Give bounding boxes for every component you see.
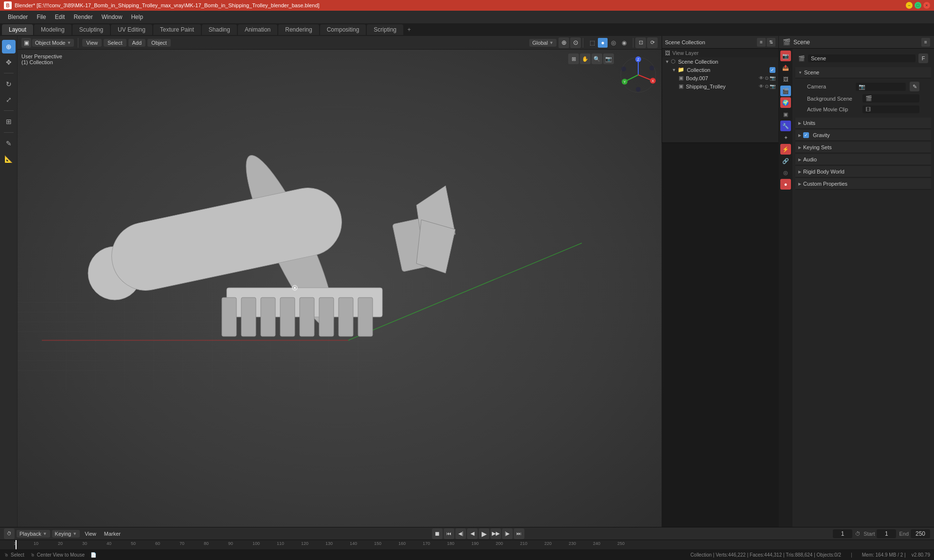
outliner-item-shipping-trolley[interactable]: ▣ Shipping_Trolley 👁 ⊙ 📷	[662, 82, 778, 90]
tab-compositing[interactable]: Compositing	[320, 24, 366, 35]
gravity-checkbox[interactable]: ✓	[803, 132, 809, 138]
viewport-hand[interactable]: ✋	[580, 53, 591, 64]
tab-scripting[interactable]: Scripting	[367, 24, 403, 35]
move-tool-button[interactable]: ✥	[2, 55, 16, 69]
collection-visibility[interactable]: ✓	[770, 67, 775, 73]
playback-menu[interactable]: Playback ▼	[17, 530, 50, 538]
output-properties-tab[interactable]: 📤	[780, 62, 791, 73]
outliner-filter-btn[interactable]: ≡	[757, 38, 766, 47]
body007-render[interactable]: 📷	[770, 75, 775, 81]
scale-tool-button[interactable]: ⤢	[2, 93, 16, 106]
tab-layout[interactable]: Layout	[2, 24, 33, 35]
play-btn[interactable]: ▶	[479, 528, 489, 539]
select-menu[interactable]: Select	[104, 39, 126, 47]
measure-tool-button[interactable]: 📐	[2, 152, 16, 166]
wireframe-mode-btn[interactable]: ⬚	[587, 38, 597, 48]
object-menu[interactable]: Object	[147, 39, 171, 47]
next-keyframe-btn[interactable]: |▶	[502, 528, 513, 539]
audio-section-header[interactable]: ▶ Audio	[795, 154, 931, 165]
grab-icon[interactable]: ⊙	[570, 37, 581, 48]
tab-sculpting[interactable]: Sculpting	[72, 24, 110, 35]
scene-btn[interactable]: ⊞	[568, 53, 579, 64]
rotate-tool-button[interactable]: ↻	[2, 77, 16, 91]
current-frame-display[interactable]: 1	[833, 529, 852, 538]
view-layer-tab[interactable]: 🖼	[780, 74, 791, 85]
menu-blender[interactable]: Blender	[4, 13, 32, 21]
maximize-button[interactable]: □	[915, 2, 921, 9]
gravity-section-header[interactable]: ▶ ✓ Gravity	[795, 130, 931, 141]
object-mode-dropdown[interactable]: Object Mode ▼	[32, 39, 74, 47]
tab-rendering[interactable]: Rendering	[278, 24, 319, 35]
physics-tab[interactable]: ⚡	[780, 144, 791, 155]
add-menu[interactable]: Add	[128, 39, 146, 47]
add-workspace-button[interactable]: +	[404, 25, 414, 35]
annotate-tool-button[interactable]: ✎	[2, 137, 16, 150]
camera-picker-btn[interactable]: ✎	[910, 82, 919, 91]
scene-name-field[interactable]: Scene	[808, 54, 916, 62]
menu-help[interactable]: Help	[127, 13, 147, 21]
scene-properties-tab[interactable]: 🎬	[780, 86, 791, 96]
scene-section-header[interactable]: ▼ Scene	[795, 67, 931, 78]
particles-properties-tab[interactable]: ✦	[780, 132, 791, 143]
props-filter-btn[interactable]: ≡	[921, 38, 930, 47]
minimize-button[interactable]: −	[906, 2, 913, 9]
solid-mode-btn[interactable]: ●	[598, 38, 608, 48]
tab-modeling[interactable]: Modeling	[34, 24, 72, 35]
zoom-btn[interactable]: 🔍	[592, 53, 602, 64]
end-frame-input[interactable]: 250	[911, 529, 930, 538]
camera-value-field[interactable]: 📷	[856, 83, 906, 91]
marker-menu[interactable]: Marker	[101, 530, 124, 538]
next-frame-btn[interactable]: ▶▶	[490, 528, 501, 539]
body007-select[interactable]: ⊙	[765, 75, 769, 81]
trolley-visibility[interactable]: 👁	[759, 84, 764, 89]
custom-props-header[interactable]: ▶ Custom Properties	[795, 178, 931, 190]
trolley-select[interactable]: ⊙	[765, 84, 769, 89]
material-tab[interactable]: ●	[780, 179, 791, 190]
view-menu[interactable]: View	[82, 39, 102, 47]
jump-start-btn[interactable]: ⏮	[444, 528, 454, 539]
tab-shading[interactable]: Shading	[202, 24, 237, 35]
body007-visibility[interactable]: 👁	[759, 75, 764, 81]
fake-user-btn[interactable]: F	[918, 53, 928, 63]
cursor-icon[interactable]: ⊕	[558, 37, 569, 48]
world-properties-tab[interactable]: 🌍	[780, 97, 791, 108]
modifier-properties-tab[interactable]: 🔧	[780, 121, 791, 131]
active-movie-clip-field[interactable]: 🎞	[862, 105, 920, 113]
menu-window[interactable]: Window	[98, 13, 126, 21]
menu-file[interactable]: File	[33, 13, 50, 21]
prev-keyframe-btn[interactable]: ◀|	[455, 528, 466, 539]
cursor-tool-button[interactable]: ⊕	[2, 40, 16, 53]
transform-tool-button[interactable]: ⊞	[2, 115, 16, 128]
timeline-view-menu[interactable]: View	[82, 530, 99, 538]
object-properties-tab[interactable]: ▣	[780, 109, 791, 120]
data-tab[interactable]: ◎	[780, 167, 791, 178]
outliner-item-scene-collection[interactable]: ▼ ⬡ Scene Collection	[662, 57, 778, 66]
axis-gizmo[interactable]: Z X Y	[619, 55, 658, 94]
render-properties-tab[interactable]: 📷	[780, 51, 791, 61]
3d-viewport[interactable]: User Perspective (1) Collection	[18, 50, 662, 527]
prev-frame-btn[interactable]: ◀	[467, 528, 478, 539]
rigid-body-world-header[interactable]: ▶ Rigid Body World	[795, 166, 931, 177]
tab-uv-editing[interactable]: UV Editing	[111, 24, 152, 35]
outliner-item-collection[interactable]: ▼ 📁 Collection ✓	[662, 66, 778, 74]
constraints-tab[interactable]: 🔗	[780, 156, 791, 166]
camera-lock-btn[interactable]: 📷	[603, 53, 614, 64]
tab-texture-paint[interactable]: Texture Paint	[153, 24, 201, 35]
units-section-header[interactable]: ▶ Units	[795, 118, 931, 129]
start-frame-input[interactable]: 1	[877, 529, 896, 538]
outliner-item-body007[interactable]: ▣ Body.007 👁 ⊙ 📷	[662, 74, 778, 82]
rendered-mode-btn[interactable]: ◉	[619, 38, 629, 48]
outliner-sort-btn[interactable]: ⇅	[767, 38, 775, 47]
trolley-render[interactable]: 📷	[770, 84, 775, 89]
background-scene-field[interactable]: 🎬	[862, 94, 920, 103]
tab-animation[interactable]: Animation	[238, 24, 277, 35]
overlay-toggle[interactable]: ⊡	[635, 37, 646, 48]
timeline-mode-icon[interactable]: ⏱	[4, 528, 15, 539]
gizmo-toggle[interactable]: ⟳	[647, 37, 658, 48]
global-toggle[interactable]: Global ▼	[529, 39, 557, 47]
stop-btn[interactable]: ⏹	[432, 528, 443, 539]
menu-render[interactable]: Render	[70, 13, 96, 21]
jump-end-btn[interactable]: ⏭	[514, 528, 524, 539]
timeline-ruler[interactable]: 1 10 20 30 40 50 60 70 80 90 100 110 120…	[0, 540, 934, 550]
close-button[interactable]: ×	[923, 2, 930, 9]
